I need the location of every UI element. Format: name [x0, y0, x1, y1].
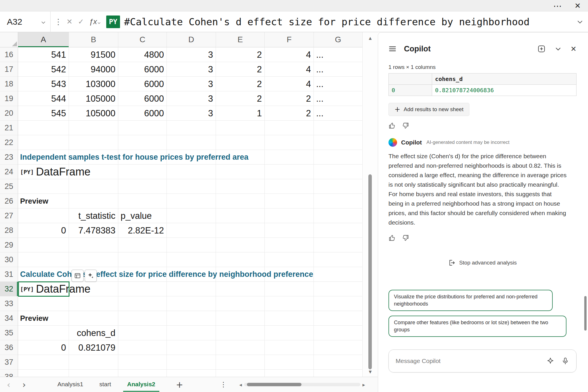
- cell-E18[interactable]: 2: [216, 77, 265, 91]
- formula-bar-expand-icon[interactable]: [572, 18, 588, 26]
- thumbs-down-icon[interactable]: [401, 122, 409, 130]
- cell-C19[interactable]: 6000: [118, 91, 167, 106]
- horizontal-scrollbar[interactable]: ◂ ▸: [238, 382, 367, 388]
- thumbs-up-icon[interactable]: [388, 234, 396, 242]
- suggestion-visualize-distributions[interactable]: Visualize the price distributions for pr…: [388, 290, 553, 311]
- thumbs-up-icon[interactable]: [388, 122, 396, 130]
- panel-scrollbar-thumb[interactable]: [584, 296, 587, 331]
- row-header-32[interactable]: 32: [0, 282, 18, 296]
- row-header-19[interactable]: 19: [0, 91, 18, 106]
- cell-B20[interactable]: 105000: [69, 106, 118, 121]
- cell-D16[interactable]: 3: [167, 47, 216, 62]
- cell-C16[interactable]: 4800: [118, 47, 167, 62]
- cell-A18[interactable]: 543: [18, 77, 69, 91]
- add-sheet-button[interactable]: +: [176, 380, 183, 390]
- row-header-18[interactable]: 18: [0, 77, 18, 91]
- cell-G17[interactable]: ...: [314, 62, 363, 77]
- horizontal-scrollbar-thumb[interactable]: [247, 383, 301, 386]
- scroll-up-icon[interactable]: ▴: [363, 34, 378, 41]
- sheet-tab-analysis2[interactable]: Analysis2: [123, 377, 159, 392]
- scroll-right-icon[interactable]: ▸: [361, 382, 367, 388]
- close-panel-icon[interactable]: ✕: [570, 45, 577, 53]
- microphone-icon[interactable]: [561, 357, 569, 365]
- cell-G19[interactable]: ...: [314, 91, 363, 106]
- row-header-34[interactable]: 34: [0, 311, 18, 326]
- cell-A23-heading[interactable]: Independent samples t-test for house pri…: [18, 150, 248, 165]
- column-header-B[interactable]: B: [69, 32, 118, 47]
- cell-A28[interactable]: 0: [18, 223, 69, 238]
- column-header-F[interactable]: F: [265, 32, 314, 47]
- copilot-message-box[interactable]: [388, 349, 577, 372]
- row-header-24[interactable]: 24: [0, 165, 18, 179]
- cell-A26-preview-label[interactable]: Preview: [18, 194, 48, 208]
- row-header-17[interactable]: 17: [0, 62, 18, 77]
- row-header-37[interactable]: 37: [0, 355, 18, 370]
- column-header-G[interactable]: G: [314, 32, 363, 47]
- cell-D19[interactable]: 3: [167, 91, 216, 106]
- cell-A34-preview-label[interactable]: Preview: [18, 311, 48, 326]
- cell-C28[interactable]: 2.82E-12: [118, 223, 167, 238]
- cell-A31-heading[interactable]: Calculate Cohen's d effect size for pric…: [18, 267, 313, 282]
- cell-A32-python-object[interactable]: [PY] DataFrame: [18, 282, 90, 296]
- cell-F19[interactable]: 2: [265, 91, 314, 106]
- select-all-corner[interactable]: [0, 32, 18, 47]
- cell-B18[interactable]: 103000: [69, 77, 118, 91]
- cancel-entry-icon[interactable]: ✕: [64, 11, 75, 32]
- vertical-scrollbar-thumb[interactable]: [368, 174, 372, 369]
- collapse-panel-chevron-icon[interactable]: [554, 45, 562, 53]
- cell-G16[interactable]: ...: [314, 47, 363, 62]
- cell-A16[interactable]: 541: [18, 47, 69, 62]
- row-header-25[interactable]: 25: [0, 179, 18, 194]
- cell-A19[interactable]: 544: [18, 91, 69, 106]
- suggestion-compare-features[interactable]: Compare other features (like bedrooms or…: [388, 316, 566, 337]
- cell-E16[interactable]: 2: [216, 47, 265, 62]
- column-header-A[interactable]: A: [18, 32, 69, 47]
- grid-canvas[interactable]: 541 91500 4800 3 2 4 ... 542 94000 6000 …: [18, 47, 363, 377]
- cell-C17[interactable]: 6000: [118, 62, 167, 77]
- name-box[interactable]: A32: [0, 11, 51, 32]
- tabs-scroll-right-icon[interactable]: ›: [20, 380, 28, 390]
- cell-F17[interactable]: 4: [265, 62, 314, 77]
- cell-B35[interactable]: cohens_d: [69, 326, 118, 340]
- chevron-down-icon[interactable]: [40, 20, 46, 25]
- row-header-20[interactable]: 20: [0, 106, 18, 121]
- cell-A36[interactable]: 0: [18, 340, 69, 355]
- sheet-options-kebab-icon[interactable]: ⋮: [220, 381, 227, 389]
- python-card-button[interactable]: [71, 270, 84, 282]
- row-header-22[interactable]: 22: [0, 135, 18, 150]
- formula-options-kebab-icon[interactable]: ⋮: [53, 11, 63, 32]
- cell-A24-python-object[interactable]: [PY] DataFrame: [18, 165, 90, 179]
- row-header-33[interactable]: 33: [0, 296, 18, 311]
- cell-B19[interactable]: 105000: [69, 91, 118, 106]
- copilot-sparkle-icon[interactable]: [546, 357, 554, 365]
- cell-B16[interactable]: 91500: [69, 47, 118, 62]
- row-header-29[interactable]: 29: [0, 238, 18, 252]
- scroll-down-icon[interactable]: ▾: [363, 368, 378, 375]
- row-header-35[interactable]: 35: [0, 326, 18, 340]
- row-header-30[interactable]: 30: [0, 252, 18, 267]
- cell-D20[interactable]: 3: [167, 106, 216, 121]
- row-header-38[interactable]: 38: [0, 370, 18, 377]
- add-results-button[interactable]: + Add results to new sheet: [388, 103, 469, 116]
- window-more-icon[interactable]: ⋯: [550, 0, 565, 11]
- row-header-21[interactable]: 21: [0, 121, 18, 135]
- sheet-tab-analysis1[interactable]: Analysis1: [53, 377, 87, 392]
- column-header-D[interactable]: D: [167, 32, 216, 47]
- cell-B27[interactable]: t_statistic: [69, 208, 118, 223]
- cell-A20[interactable]: 545: [18, 106, 69, 121]
- cell-D18[interactable]: 3: [167, 77, 216, 91]
- row-header-31[interactable]: 31: [0, 267, 18, 282]
- horizontal-scrollbar-track[interactable]: [244, 383, 360, 386]
- cell-G18[interactable]: ...: [314, 77, 363, 91]
- column-header-C[interactable]: C: [118, 32, 167, 47]
- cell-C18[interactable]: 6000: [118, 77, 167, 91]
- cell-B28[interactable]: 7.478383: [69, 223, 118, 238]
- thumbs-down-icon[interactable]: [401, 234, 409, 242]
- row-header-28[interactable]: 28: [0, 223, 18, 238]
- formula-input[interactable]: #Calculate Cohen's d effect size for pri…: [124, 16, 572, 28]
- cell-B17[interactable]: 94000: [69, 62, 118, 77]
- cell-A17[interactable]: 542: [18, 62, 69, 77]
- cell-G20[interactable]: ...: [314, 106, 363, 121]
- cell-F16[interactable]: 4: [265, 47, 314, 62]
- new-chat-icon[interactable]: [537, 45, 546, 53]
